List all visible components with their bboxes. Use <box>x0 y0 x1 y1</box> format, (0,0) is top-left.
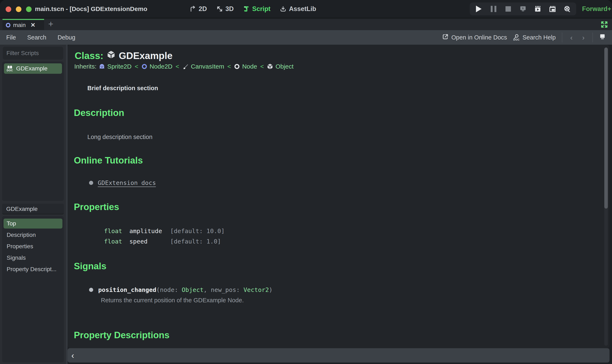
long-description: Long description section <box>87 134 153 141</box>
workspace-assetlib-button[interactable]: AssetLib <box>280 5 316 13</box>
panel-layout-icon[interactable] <box>599 33 606 41</box>
search-help-button[interactable]: DOC Search Help <box>513 34 556 41</box>
filter-scripts-box <box>3 47 63 60</box>
scene-tab-main[interactable]: main ✕ <box>2 19 44 30</box>
node2d-icon <box>141 64 147 69</box>
inherits-separator: < <box>259 63 265 70</box>
title-bar: main.tscn - [Docs] GDExtensionDemo 2D 3D… <box>0 0 612 18</box>
section-item-signals[interactable]: Signals <box>3 253 62 263</box>
inherits-label: Inherits: <box>74 63 97 70</box>
inherits-link-sprite2d[interactable]: Sprite2D <box>107 63 132 70</box>
inherits-link-node2d[interactable]: Node2D <box>150 63 172 70</box>
menu-file[interactable]: File <box>6 34 16 41</box>
node-icon <box>234 64 240 69</box>
history-back-button[interactable]: ‹ <box>569 33 574 41</box>
doc-scrollbar[interactable] <box>604 47 608 346</box>
tutorial-link-gdextension-docs[interactable]: GDExtension docs <box>98 179 156 186</box>
search-doc-icon: DOC <box>513 34 519 41</box>
toggle-scripts-panel-button[interactable]: ‹ <box>71 351 74 360</box>
property-row-speed: float speed [default: 1.0] <box>104 238 221 245</box>
section-item-properties[interactable]: Properties <box>3 241 62 251</box>
section-item-description[interactable]: Description <box>3 230 62 240</box>
signal-type-link-vector2[interactable]: Vector2 <box>243 286 269 293</box>
play-custom-scene-button[interactable] <box>549 5 556 13</box>
section-item-top[interactable]: Top <box>3 219 62 229</box>
zoom-window-button[interactable] <box>26 6 32 12</box>
separator <box>592 32 593 42</box>
bullet-icon <box>89 288 93 292</box>
script-item-gdexample[interactable]: DOC GDExample <box>4 63 62 74</box>
heading-property-descriptions: Property Descriptions <box>74 330 169 340</box>
external-link-icon <box>442 34 448 41</box>
assetlib-download-icon <box>280 6 286 12</box>
scripts-sidebar: DOC GDExample GDExample Top Description … <box>0 45 66 364</box>
play-button[interactable] <box>475 5 482 13</box>
play-remote-button[interactable] <box>519 5 527 13</box>
playback-controls: Forward+ <box>470 0 612 18</box>
script-menu-bar: File Search Debug Open in Online Docs DO… <box>0 30 612 45</box>
2d-icon <box>190 6 196 12</box>
property-type[interactable]: float <box>104 238 129 245</box>
history-forward-button[interactable]: › <box>581 33 586 41</box>
inherits-separator: < <box>226 63 232 70</box>
window-title: main.tscn - [Docs] GDExtensionDemo <box>35 0 147 18</box>
inherits-separator: < <box>134 63 139 70</box>
inherits-link-object[interactable]: Object <box>275 63 293 70</box>
movie-maker-button[interactable] <box>564 5 571 13</box>
scene-tab-bar: main ✕ + <box>0 19 612 30</box>
godot-editor-window: main.tscn - [Docs] GDExtensionDemo 2D 3D… <box>0 0 612 364</box>
inherits-line: Inherits: Sprite2D < Node2D < CanvasItem… <box>74 63 293 70</box>
add-scene-tab-button[interactable]: + <box>48 19 54 30</box>
menu-right-tools: Open in Online Docs DOC Search Help ‹ › <box>442 32 612 42</box>
sprite2d-icon <box>99 63 105 70</box>
class-title: Class: GDExample <box>75 50 172 61</box>
workspace-2d-button[interactable]: 2D <box>190 5 207 13</box>
heading-online-tutorials: Online Tutorials <box>74 155 143 166</box>
scripts-list: DOC GDExample <box>2 62 64 201</box>
node2d-icon <box>6 23 10 27</box>
member-overview-header: GDExample <box>2 204 64 214</box>
inherits-link-node[interactable]: Node <box>242 63 257 70</box>
section-item-property-descriptions[interactable]: Property Descript... <box>3 264 62 274</box>
minimize-window-button[interactable] <box>16 6 21 12</box>
property-name[interactable]: speed <box>129 238 170 245</box>
bullet-icon <box>89 181 93 185</box>
doc-scrollbar-thumb[interactable] <box>604 48 608 208</box>
property-type[interactable]: float <box>104 228 129 234</box>
separator <box>562 32 562 42</box>
window-controls <box>6 6 32 12</box>
class-label: Class: <box>75 50 103 61</box>
menu-items: File Search Debug <box>0 34 75 41</box>
workspace-switcher: 2D 3D Script AssetLib <box>190 0 316 18</box>
inherits-link-canvasitem[interactable]: CanvasItem <box>191 63 224 70</box>
property-row-amplitude: float amplitude [default: 10.0] <box>104 228 225 234</box>
sidebar-splitter[interactable] <box>66 45 68 364</box>
signal-description: Returns the current position of the GDEx… <box>101 297 244 304</box>
inherits-separator: < <box>175 63 180 70</box>
menu-search[interactable]: Search <box>27 34 46 41</box>
stop-button[interactable] <box>505 5 512 13</box>
signal-type-link-object[interactable]: Object <box>182 286 204 293</box>
distraction-free-mode-button[interactable] <box>600 21 608 29</box>
script-editor-bottom-bar: ‹ <box>68 348 610 363</box>
object-cube-icon <box>267 63 273 70</box>
play-scene-button[interactable] <box>534 5 541 13</box>
heading-description: Description <box>74 108 124 118</box>
workspace-script-button[interactable]: Script <box>243 5 270 13</box>
property-name[interactable]: amplitude <box>129 228 170 234</box>
pause-button[interactable] <box>490 5 497 13</box>
canvasitem-brush-icon <box>182 63 189 70</box>
3d-icon <box>217 6 223 12</box>
open-online-docs-button[interactable]: Open in Online Docs <box>442 34 507 41</box>
brief-description: Brief description section <box>87 85 158 92</box>
renderer-selector[interactable]: Forward+ <box>582 5 612 13</box>
class-name: GDExample <box>119 50 172 61</box>
object-cube-icon <box>107 50 115 61</box>
heading-properties: Properties <box>74 202 119 212</box>
workspace-3d-button[interactable]: 3D <box>217 5 234 13</box>
doc-sections-list: Top Description Properties Signals Prope… <box>2 216 64 362</box>
menu-debug[interactable]: Debug <box>58 34 75 41</box>
playback-panel <box>470 2 576 15</box>
close-window-button[interactable] <box>6 6 11 12</box>
close-tab-icon[interactable]: ✕ <box>31 22 35 28</box>
